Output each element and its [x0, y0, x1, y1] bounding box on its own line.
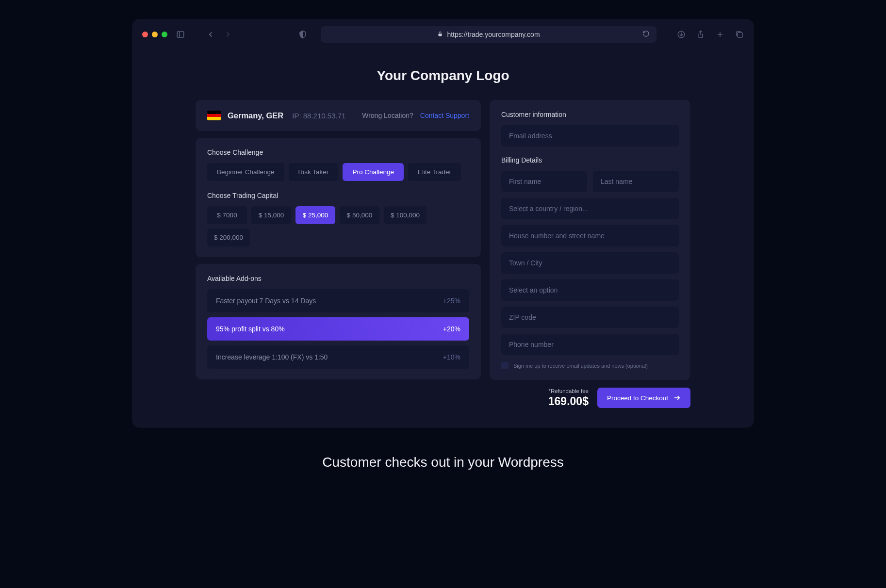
- location-card: Germany, GER IP: 88.210.53.71 Wrong Loca…: [196, 100, 481, 131]
- capital-option[interactable]: $ 15,000: [251, 206, 291, 224]
- arrow-right-icon: [673, 394, 681, 402]
- capital-option[interactable]: $ 100,000: [384, 206, 427, 224]
- challenge-option[interactable]: Elite Trader: [408, 163, 461, 181]
- new-tab-icon[interactable]: [716, 30, 724, 39]
- reload-icon[interactable]: [642, 30, 650, 39]
- svg-rect-0: [177, 32, 184, 37]
- addon-item[interactable]: Increase leverage 1:100 (FX) vs 1:50+10%: [207, 345, 469, 369]
- url-text: https://trade.yourcompany.com: [447, 31, 540, 38]
- wrong-location-text: Wrong Location?: [362, 112, 413, 119]
- svg-rect-8: [738, 33, 742, 37]
- addon-label: 95% profit split vs 80%: [216, 325, 285, 333]
- fee-amount: 169.00$: [548, 395, 589, 408]
- addon-percent: +25%: [443, 297, 460, 305]
- fee-note: *Refundable fee: [548, 388, 589, 394]
- proceed-checkout-button[interactable]: Proceed to Checkout: [597, 388, 690, 408]
- capital-option[interactable]: $ 7000: [207, 206, 247, 224]
- choose-capital-title: Choose Trading Capital: [207, 192, 469, 199]
- address-field[interactable]: [501, 225, 679, 246]
- page-caption: Customer checks out in your Wordpress: [322, 455, 563, 470]
- traffic-lights: [142, 32, 167, 37]
- page-content: Your Company Logo Germany, GER IP: 88.21…: [132, 49, 754, 427]
- billing-details-title: Billing Details: [501, 156, 679, 164]
- shield-icon[interactable]: [298, 30, 307, 39]
- choose-challenge-title: Choose Challenge: [207, 148, 469, 156]
- lock-icon: [437, 31, 443, 38]
- addon-label: Increase leverage 1:100 (FX) vs 1:50: [216, 353, 328, 361]
- close-window-icon[interactable]: [142, 32, 148, 37]
- contact-support-link[interactable]: Contact Support: [420, 112, 469, 119]
- minimize-window-icon[interactable]: [152, 32, 158, 37]
- challenge-option[interactable]: Pro Challenge: [343, 163, 404, 181]
- customer-info-title: Customer information: [501, 111, 679, 118]
- addon-item[interactable]: 95% profit split vs 80%+20%: [207, 317, 469, 341]
- addon-percent: +20%: [443, 325, 460, 333]
- svg-rect-2: [439, 33, 442, 36]
- addon-percent: +10%: [443, 353, 460, 361]
- last-name-field[interactable]: [593, 171, 679, 192]
- addon-item[interactable]: Faster payout 7 Days vs 14 Days+25%: [207, 289, 469, 312]
- challenge-option[interactable]: Risk Taker: [289, 163, 339, 181]
- addons-card: Available Add-ons Faster payout 7 Days v…: [196, 264, 481, 379]
- zip-field[interactable]: [501, 307, 679, 328]
- capital-option[interactable]: $ 25,000: [295, 206, 335, 224]
- location-ip: IP: 88.210.53.71: [292, 112, 345, 120]
- browser-window: https://trade.yourcompany.com Your Compa…: [132, 19, 754, 427]
- customer-form-card: Customer information Billing Details: [490, 100, 690, 380]
- checkout-button-label: Proceed to Checkout: [607, 394, 668, 402]
- optin-label: Sign me up to receive email updates and …: [513, 363, 648, 369]
- capital-option[interactable]: $ 200,000: [207, 229, 250, 246]
- phone-field[interactable]: [501, 334, 679, 355]
- city-field[interactable]: [501, 252, 679, 274]
- capital-option[interactable]: $ 50,000: [340, 206, 379, 224]
- addons-title: Available Add-ons: [207, 275, 469, 282]
- address-bar[interactable]: https://trade.yourcompany.com: [321, 26, 656, 43]
- challenge-card: Choose Challenge Beginner ChallengeRisk …: [196, 138, 481, 257]
- download-icon[interactable]: [677, 30, 686, 39]
- first-name-field[interactable]: [501, 171, 587, 192]
- email-field[interactable]: [501, 125, 679, 147]
- checkout-bar: *Refundable fee 169.00$ Proceed to Check…: [490, 388, 690, 408]
- option-select[interactable]: [501, 279, 679, 301]
- addon-label: Faster payout 7 Days vs 14 Days: [216, 297, 316, 305]
- challenge-option[interactable]: Beginner Challenge: [207, 163, 284, 181]
- back-icon[interactable]: [206, 30, 215, 39]
- optin-checkbox[interactable]: [501, 362, 509, 369]
- forward-icon[interactable]: [224, 30, 232, 39]
- tabs-overview-icon[interactable]: [735, 30, 744, 39]
- browser-chrome: https://trade.yourcompany.com: [132, 19, 754, 49]
- maximize-window-icon[interactable]: [162, 32, 167, 37]
- country-select[interactable]: [501, 198, 679, 219]
- company-logo-text: Your Company Logo: [196, 68, 690, 83]
- flag-germany-icon: [207, 111, 221, 120]
- sidebar-toggle-icon[interactable]: [176, 30, 185, 39]
- location-country: Germany, GER: [228, 111, 283, 120]
- share-icon[interactable]: [696, 30, 705, 39]
